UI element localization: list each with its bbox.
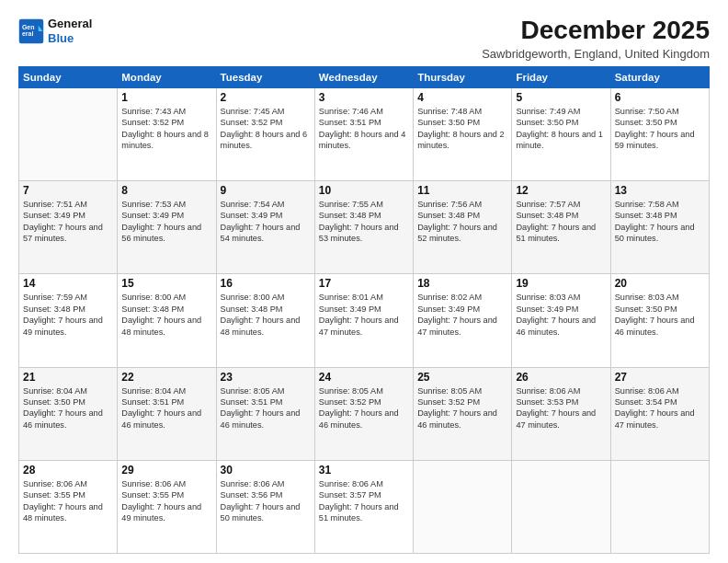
calendar-cell: 2Sunrise: 7:45 AM Sunset: 3:52 PM Daylig… bbox=[216, 87, 314, 180]
cell-sun-info: Sunrise: 8:03 AM Sunset: 3:49 PM Dayligh… bbox=[516, 292, 606, 338]
cell-sun-info: Sunrise: 7:43 AM Sunset: 3:52 PM Dayligh… bbox=[121, 106, 211, 152]
logo: Gen eral General Blue bbox=[18, 17, 92, 45]
cell-sun-info: Sunrise: 7:59 AM Sunset: 3:48 PM Dayligh… bbox=[23, 292, 113, 338]
location: Sawbridgeworth, England, United Kingdom bbox=[482, 47, 710, 61]
cell-sun-info: Sunrise: 8:00 AM Sunset: 3:48 PM Dayligh… bbox=[221, 292, 311, 338]
day-number: 12 bbox=[516, 184, 606, 197]
calendar-cell: 23Sunrise: 8:05 AM Sunset: 3:51 PM Dayli… bbox=[216, 367, 314, 460]
calendar-cell: 18Sunrise: 8:02 AM Sunset: 3:49 PM Dayli… bbox=[414, 274, 512, 367]
calendar-week-row: 7Sunrise: 7:51 AM Sunset: 3:49 PM Daylig… bbox=[19, 181, 710, 274]
logo-general: General bbox=[48, 17, 92, 31]
cell-sun-info: Sunrise: 8:06 AM Sunset: 3:55 PM Dayligh… bbox=[121, 478, 211, 524]
calendar-week-row: 1Sunrise: 7:43 AM Sunset: 3:52 PM Daylig… bbox=[19, 87, 710, 180]
cell-sun-info: Sunrise: 7:56 AM Sunset: 3:48 PM Dayligh… bbox=[417, 199, 507, 245]
day-number: 10 bbox=[319, 184, 409, 197]
cell-sun-info: Sunrise: 8:02 AM Sunset: 3:49 PM Dayligh… bbox=[417, 292, 507, 338]
calendar-cell: 16Sunrise: 8:00 AM Sunset: 3:48 PM Dayli… bbox=[216, 274, 314, 367]
day-number: 22 bbox=[121, 371, 211, 384]
logo-blue: Blue bbox=[48, 31, 74, 45]
day-number: 2 bbox=[221, 91, 311, 104]
day-number: 25 bbox=[417, 371, 507, 384]
cell-sun-info: Sunrise: 8:06 AM Sunset: 3:53 PM Dayligh… bbox=[516, 385, 606, 431]
title-area: December 2025 Sawbridgeworth, England, U… bbox=[482, 17, 710, 61]
calendar-cell: 8Sunrise: 7:53 AM Sunset: 3:49 PM Daylig… bbox=[118, 181, 216, 274]
calendar-cell bbox=[414, 460, 512, 553]
day-header-friday: Friday bbox=[512, 66, 610, 87]
calendar-cell: 14Sunrise: 7:59 AM Sunset: 3:48 PM Dayli… bbox=[19, 274, 118, 367]
svg-text:Gen: Gen bbox=[22, 23, 35, 29]
cell-sun-info: Sunrise: 8:01 AM Sunset: 3:49 PM Dayligh… bbox=[319, 292, 409, 338]
day-header-monday: Monday bbox=[118, 66, 216, 87]
day-number: 27 bbox=[615, 371, 705, 384]
day-number: 31 bbox=[319, 464, 409, 477]
cell-sun-info: Sunrise: 7:48 AM Sunset: 3:50 PM Dayligh… bbox=[417, 106, 507, 152]
day-number: 20 bbox=[615, 277, 705, 290]
cell-sun-info: Sunrise: 7:45 AM Sunset: 3:52 PM Dayligh… bbox=[221, 106, 311, 152]
day-number: 13 bbox=[615, 184, 705, 197]
calendar-cell: 13Sunrise: 7:58 AM Sunset: 3:48 PM Dayli… bbox=[610, 181, 709, 274]
calendar-cell: 17Sunrise: 8:01 AM Sunset: 3:49 PM Dayli… bbox=[314, 274, 413, 367]
calendar-cell: 19Sunrise: 8:03 AM Sunset: 3:49 PM Dayli… bbox=[512, 274, 610, 367]
day-number: 24 bbox=[319, 371, 409, 384]
generalblue-icon: Gen eral bbox=[18, 18, 44, 44]
cell-sun-info: Sunrise: 8:05 AM Sunset: 3:52 PM Dayligh… bbox=[319, 385, 409, 431]
day-number: 9 bbox=[221, 184, 311, 197]
day-header-wednesday: Wednesday bbox=[314, 66, 413, 87]
calendar-cell: 9Sunrise: 7:54 AM Sunset: 3:49 PM Daylig… bbox=[216, 181, 314, 274]
cell-sun-info: Sunrise: 8:04 AM Sunset: 3:51 PM Dayligh… bbox=[121, 385, 211, 431]
day-number: 17 bbox=[319, 277, 409, 290]
calendar-cell bbox=[610, 460, 709, 553]
calendar-cell: 30Sunrise: 8:06 AM Sunset: 3:56 PM Dayli… bbox=[216, 460, 314, 553]
day-header-sunday: Sunday bbox=[19, 66, 118, 87]
day-number: 18 bbox=[417, 277, 507, 290]
month-title: December 2025 bbox=[482, 17, 710, 45]
calendar-week-row: 21Sunrise: 8:04 AM Sunset: 3:50 PM Dayli… bbox=[19, 367, 710, 460]
cell-sun-info: Sunrise: 7:50 AM Sunset: 3:50 PM Dayligh… bbox=[615, 106, 705, 152]
calendar-cell: 22Sunrise: 8:04 AM Sunset: 3:51 PM Dayli… bbox=[118, 367, 216, 460]
calendar-cell: 5Sunrise: 7:49 AM Sunset: 3:50 PM Daylig… bbox=[512, 87, 610, 180]
cell-sun-info: Sunrise: 7:46 AM Sunset: 3:51 PM Dayligh… bbox=[319, 106, 409, 152]
calendar-cell: 26Sunrise: 8:06 AM Sunset: 3:53 PM Dayli… bbox=[512, 367, 610, 460]
cell-sun-info: Sunrise: 8:03 AM Sunset: 3:50 PM Dayligh… bbox=[615, 292, 705, 338]
day-number: 1 bbox=[121, 91, 211, 104]
calendar-cell: 24Sunrise: 8:05 AM Sunset: 3:52 PM Dayli… bbox=[314, 367, 413, 460]
day-number: 5 bbox=[516, 91, 606, 104]
day-header-thursday: Thursday bbox=[414, 66, 512, 87]
calendar-cell: 29Sunrise: 8:06 AM Sunset: 3:55 PM Dayli… bbox=[118, 460, 216, 553]
calendar-cell: 28Sunrise: 8:06 AM Sunset: 3:55 PM Dayli… bbox=[19, 460, 118, 553]
calendar-cell: 25Sunrise: 8:05 AM Sunset: 3:52 PM Dayli… bbox=[414, 367, 512, 460]
cell-sun-info: Sunrise: 7:49 AM Sunset: 3:50 PM Dayligh… bbox=[516, 106, 606, 152]
cell-sun-info: Sunrise: 7:58 AM Sunset: 3:48 PM Dayligh… bbox=[615, 199, 705, 245]
day-number: 26 bbox=[516, 371, 606, 384]
day-number: 30 bbox=[221, 464, 311, 477]
calendar-cell: 21Sunrise: 8:04 AM Sunset: 3:50 PM Dayli… bbox=[19, 367, 118, 460]
calendar-cell: 11Sunrise: 7:56 AM Sunset: 3:48 PM Dayli… bbox=[414, 181, 512, 274]
calendar-week-row: 28Sunrise: 8:06 AM Sunset: 3:55 PM Dayli… bbox=[19, 460, 710, 553]
calendar-cell: 15Sunrise: 8:00 AM Sunset: 3:48 PM Dayli… bbox=[118, 274, 216, 367]
day-number: 19 bbox=[516, 277, 606, 290]
calendar-cell: 27Sunrise: 8:06 AM Sunset: 3:54 PM Dayli… bbox=[610, 367, 709, 460]
day-number: 15 bbox=[121, 277, 211, 290]
cell-sun-info: Sunrise: 7:51 AM Sunset: 3:49 PM Dayligh… bbox=[23, 199, 113, 245]
calendar-cell: 20Sunrise: 8:03 AM Sunset: 3:50 PM Dayli… bbox=[610, 274, 709, 367]
cell-sun-info: Sunrise: 8:06 AM Sunset: 3:54 PM Dayligh… bbox=[615, 385, 705, 431]
cell-sun-info: Sunrise: 8:06 AM Sunset: 3:57 PM Dayligh… bbox=[319, 478, 409, 524]
page: Gen eral General Blue December 2025 Sawb… bbox=[0, 0, 728, 563]
calendar-cell: 3Sunrise: 7:46 AM Sunset: 3:51 PM Daylig… bbox=[314, 87, 413, 180]
calendar-cell bbox=[19, 87, 118, 180]
day-number: 7 bbox=[23, 184, 113, 197]
cell-sun-info: Sunrise: 8:05 AM Sunset: 3:51 PM Dayligh… bbox=[221, 385, 311, 431]
day-number: 14 bbox=[23, 277, 113, 290]
day-number: 4 bbox=[417, 91, 507, 104]
cell-sun-info: Sunrise: 8:06 AM Sunset: 3:56 PM Dayligh… bbox=[221, 478, 311, 524]
calendar-week-row: 14Sunrise: 7:59 AM Sunset: 3:48 PM Dayli… bbox=[19, 274, 710, 367]
calendar-cell: 7Sunrise: 7:51 AM Sunset: 3:49 PM Daylig… bbox=[19, 181, 118, 274]
cell-sun-info: Sunrise: 7:54 AM Sunset: 3:49 PM Dayligh… bbox=[221, 199, 311, 245]
cell-sun-info: Sunrise: 8:06 AM Sunset: 3:55 PM Dayligh… bbox=[23, 478, 113, 524]
calendar-cell: 4Sunrise: 7:48 AM Sunset: 3:50 PM Daylig… bbox=[414, 87, 512, 180]
cell-sun-info: Sunrise: 7:55 AM Sunset: 3:48 PM Dayligh… bbox=[319, 199, 409, 245]
calendar-cell: 12Sunrise: 7:57 AM Sunset: 3:48 PM Dayli… bbox=[512, 181, 610, 274]
calendar-cell: 10Sunrise: 7:55 AM Sunset: 3:48 PM Dayli… bbox=[314, 181, 413, 274]
day-number: 21 bbox=[23, 371, 113, 384]
day-number: 16 bbox=[221, 277, 311, 290]
